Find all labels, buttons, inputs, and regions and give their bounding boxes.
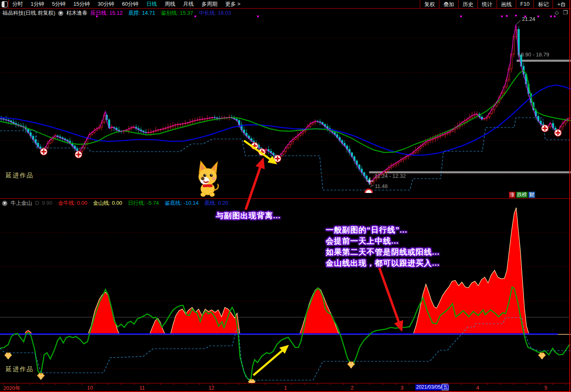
badge-财[interactable]: 财 [528,192,535,198]
menu-item-标记[interactable]: 标记 [533,0,553,8]
main-candlestick-chart[interactable] [0,9,571,198]
diamond-icon[interactable]: ◇ [555,9,559,16]
axis-label-10: 10 [87,385,93,391]
bull-area-series [0,208,571,334]
buy-signal-icon [259,149,266,156]
axis-label-4: 4 [476,385,479,391]
gem-signal-icon [347,362,355,368]
sub-indicator-chart[interactable] [0,199,571,383]
stock-title: 福晶科技(日线.前复权) [2,9,55,17]
axis-tick [566,383,566,385]
axis-tick [239,383,239,385]
indicator-value-日行线: 日行线: -5.74 [128,200,159,206]
axis-tick [487,383,488,385]
gem-signal-icon [37,373,45,380]
axis-tick [278,383,278,385]
axis-tick [82,383,82,385]
menu-item-60分钟[interactable]: 60分钟 [122,0,138,8]
axis-tick [173,383,174,385]
axis-tick [513,383,514,385]
axis-tick [134,383,134,385]
chevron-down-icon[interactable]: ▼ [58,11,63,16]
axis-tick [304,383,305,385]
menu-item-分时[interactable]: 分时 [12,0,23,8]
menu-item-统计[interactable]: 统计 [477,0,497,8]
bottom-arch-icon [365,189,372,193]
strategy-note-line: 如果第二天不管是阴线或阳线... [326,246,440,258]
platform-zone-label: 12.24 - 12.32 [374,173,406,179]
menu-item-15分钟[interactable]: 15分钟 [73,0,90,8]
axis-tick [291,383,291,385]
x-axis: 2021/03/05/五 2020年10111212345 [0,383,571,392]
axis-tick [252,383,252,385]
main-indicator-name[interactable]: 枯木逢春 [66,9,87,17]
axis-label-12: 12 [208,385,214,391]
chevron-down-icon[interactable]: ▼ [2,201,7,206]
axis-tick [29,383,30,385]
indicator-value-鉴底线: 鉴底线: -10.14 [165,200,199,206]
main-indicator-values: 应日线: 15.12底撑: 14.71鉴别线: 15.37中长线: 16.03 [90,9,237,17]
axis-tick [383,383,383,385]
axis-label-1: 1 [284,385,287,391]
axis-tick [199,383,200,385]
axis-label-11: 11 [139,385,145,391]
badge-跌榜[interactable]: 跌榜 [516,192,528,198]
indicator-value-底撑: 底撑: 14.71 [128,10,155,16]
menu-item-月线[interactable]: 月线 [183,0,194,8]
buy-signal-icon [274,155,281,162]
axis-tick [369,383,370,385]
gap-zone-label: 18.90 - 18.79 [518,52,549,58]
buy-signal-icon [75,151,82,158]
indicator-value-金山线: 金山线: 0.00 [93,200,122,206]
buy-signal-icon [555,130,562,137]
menu-item-30分钟[interactable]: 30分钟 [98,0,114,8]
trading-app-window: 分时1分钟5分钟15分钟30分钟60分钟日线周线月线多周期更多 > 复权叠加历史… [0,0,571,392]
axis-tick [108,383,108,385]
menu-item-叠加[interactable]: 叠加 [439,0,458,8]
strategy-note-line: 一般副图的“日行线”... [326,224,440,235]
menu-item-F10[interactable]: F10 [516,0,533,8]
divergence-note: 与副图出现背离... [216,211,281,221]
axis-tick [69,383,69,385]
axis-label-3: 3 [401,385,403,391]
menu-item-画线[interactable]: 画线 [497,0,516,8]
axis-tick [121,383,121,385]
gem-signal-icon [4,353,12,359]
indicator-value-鉴别线: 鉴别线: 15.37 [161,10,193,16]
menu-item-日线[interactable]: 日线 [146,0,157,8]
badge-涨[interactable]: 涨 [509,192,515,198]
strategy-note-line: 会提前一天上中线... [326,235,440,246]
window-icon[interactable]: ❐ [563,9,568,16]
axis-tick [540,383,540,385]
axis-tick [317,383,318,385]
menu-item-复权[interactable]: 复权 [420,0,439,8]
period-menu: 分时1分钟5分钟15分钟30分钟60分钟日线周线月线多周期更多 > [0,0,240,8]
strategy-note-line: 金山线出现，都可以跟进买入... [326,258,440,269]
cursor-weekday: 五 [442,384,448,390]
axis-tick [56,383,56,385]
sub-indicator-name[interactable]: 牛上金山 [11,199,32,207]
axis-label-2: 2 [351,385,354,391]
menu-item-周线[interactable]: 周线 [165,0,175,8]
axis-tick [186,383,187,385]
menu-item-1分钟[interactable]: 1分钟 [31,0,44,8]
axis-tick [43,383,43,385]
menu-bar: 分时1分钟5分钟15分钟30分钟60分钟日线周线月线多周期更多 > 复权叠加历史… [0,0,571,8]
window-split-icon[interactable] [2,1,8,7]
menu-item-多周期[interactable]: 多周期 [202,0,217,8]
menu-divider [0,8,571,9]
buy-signal-icon [40,148,47,155]
main-chart-title: 福晶科技(日线.前复权) ▼ 枯木逢春 应日线: 15.12底撑: 14.71鉴… [2,9,237,17]
menu-item-+自[interactable]: +自 [553,0,570,8]
axis-divider [0,383,571,383]
axis-tick [356,383,357,385]
indicator-value-应日线: 应日线: 15.12 [90,10,123,16]
strategy-note: 一般副图的“日行线”...会提前一天上中线...如果第二天不管是阴线或阳线...… [326,224,440,269]
market-badges: 涨跌榜财 [509,192,535,198]
menu-item-更多 >[interactable]: 更多 > [225,0,240,8]
menu-item-历史[interactable]: 历史 [458,0,477,8]
menu-item-5分钟[interactable]: 5分钟 [52,0,65,8]
axis-tick [526,383,527,385]
axis-tick [422,383,422,385]
gem-signal-icon [538,353,546,359]
